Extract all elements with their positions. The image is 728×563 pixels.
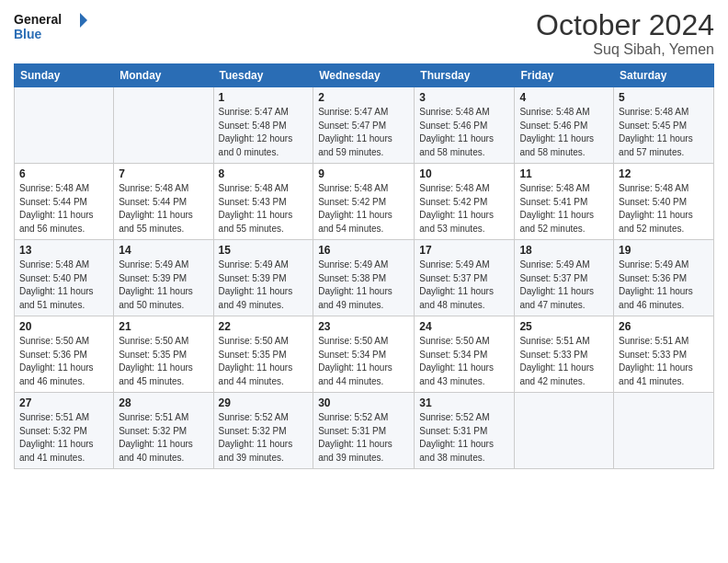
day-number: 15 xyxy=(219,244,309,257)
month-title: October 2024 xyxy=(536,9,714,41)
day-number: 12 xyxy=(619,167,709,180)
day-number: 16 xyxy=(318,244,409,257)
day-number: 3 xyxy=(419,91,509,104)
calendar-week-row: 20 Sunrise: 5:50 AMSunset: 5:36 PMDaylig… xyxy=(15,316,714,393)
day-number: 4 xyxy=(519,91,609,104)
day-info: Sunrise: 5:51 AMSunset: 5:33 PMDaylight:… xyxy=(619,336,693,386)
day-number: 2 xyxy=(318,91,409,104)
day-info: Sunrise: 5:48 AMSunset: 5:42 PMDaylight:… xyxy=(318,183,392,234)
col-wednesday: Wednesday xyxy=(313,64,415,87)
calendar-cell xyxy=(114,87,213,164)
day-info: Sunrise: 5:48 AMSunset: 5:45 PMDaylight:… xyxy=(619,107,693,157)
calendar-cell: 15 Sunrise: 5:49 AMSunset: 5:39 PMDaylig… xyxy=(213,240,313,316)
calendar-cell: 20 Sunrise: 5:50 AMSunset: 5:36 PMDaylig… xyxy=(15,316,114,393)
day-number: 8 xyxy=(219,167,309,180)
day-info: Sunrise: 5:48 AMSunset: 5:42 PMDaylight:… xyxy=(419,183,494,234)
calendar-cell: 31 Sunrise: 5:52 AMSunset: 5:31 PMDaylig… xyxy=(415,393,515,469)
calendar-cell: 16 Sunrise: 5:49 AMSunset: 5:38 PMDaylig… xyxy=(313,240,415,316)
day-number: 29 xyxy=(219,396,309,409)
calendar-cell: 25 Sunrise: 5:51 AMSunset: 5:33 PMDaylig… xyxy=(515,316,614,393)
col-saturday: Saturday xyxy=(614,64,714,87)
day-number: 6 xyxy=(19,167,108,180)
calendar-cell: 19 Sunrise: 5:49 AMSunset: 5:36 PMDaylig… xyxy=(614,240,714,316)
calendar-cell: 5 Sunrise: 5:48 AMSunset: 5:45 PMDayligh… xyxy=(614,87,714,164)
calendar-cell: 17 Sunrise: 5:49 AMSunset: 5:37 PMDaylig… xyxy=(415,240,515,316)
calendar-cell: 7 Sunrise: 5:48 AMSunset: 5:44 PMDayligh… xyxy=(114,164,213,240)
calendar-cell: 28 Sunrise: 5:51 AMSunset: 5:32 PMDaylig… xyxy=(114,393,213,469)
day-info: Sunrise: 5:48 AMSunset: 5:44 PMDaylight:… xyxy=(119,183,193,234)
day-info: Sunrise: 5:49 AMSunset: 5:37 PMDaylight:… xyxy=(419,259,494,310)
calendar-cell: 23 Sunrise: 5:50 AMSunset: 5:34 PMDaylig… xyxy=(313,316,415,393)
day-info: Sunrise: 5:52 AMSunset: 5:31 PMDaylight:… xyxy=(419,412,494,463)
col-monday: Monday xyxy=(114,64,213,87)
day-info: Sunrise: 5:48 AMSunset: 5:46 PMDaylight:… xyxy=(419,107,494,157)
day-number: 7 xyxy=(119,167,208,180)
day-number: 14 xyxy=(119,244,208,257)
day-number: 18 xyxy=(519,244,609,257)
calendar-cell xyxy=(515,393,614,469)
svg-text:General: General xyxy=(14,12,62,27)
page-container: General Blue October 2024 Suq Sibah, Yem… xyxy=(0,0,728,478)
col-tuesday: Tuesday xyxy=(213,64,313,87)
calendar-cell: 12 Sunrise: 5:48 AMSunset: 5:40 PMDaylig… xyxy=(614,164,714,240)
calendar-cell: 13 Sunrise: 5:48 AMSunset: 5:40 PMDaylig… xyxy=(15,240,114,316)
calendar-cell: 18 Sunrise: 5:49 AMSunset: 5:37 PMDaylig… xyxy=(515,240,614,316)
day-number: 23 xyxy=(318,320,409,333)
day-info: Sunrise: 5:51 AMSunset: 5:32 PMDaylight:… xyxy=(19,412,94,463)
day-number: 24 xyxy=(419,320,509,333)
day-number: 28 xyxy=(119,396,208,409)
calendar-cell: 10 Sunrise: 5:48 AMSunset: 5:42 PMDaylig… xyxy=(415,164,515,240)
calendar-cell: 22 Sunrise: 5:50 AMSunset: 5:35 PMDaylig… xyxy=(213,316,313,393)
logo: General Blue xyxy=(14,9,87,46)
calendar-week-row: 1 Sunrise: 5:47 AMSunset: 5:48 PMDayligh… xyxy=(15,87,714,164)
day-info: Sunrise: 5:49 AMSunset: 5:39 PMDaylight:… xyxy=(219,259,293,310)
day-info: Sunrise: 5:48 AMSunset: 5:40 PMDaylight:… xyxy=(19,259,94,310)
day-info: Sunrise: 5:52 AMSunset: 5:31 PMDaylight:… xyxy=(318,412,392,463)
day-info: Sunrise: 5:51 AMSunset: 5:33 PMDaylight:… xyxy=(519,336,594,386)
day-info: Sunrise: 5:50 AMSunset: 5:35 PMDaylight:… xyxy=(219,336,293,386)
day-number: 26 xyxy=(619,320,709,333)
day-number: 27 xyxy=(19,396,108,409)
day-info: Sunrise: 5:48 AMSunset: 5:43 PMDaylight:… xyxy=(219,183,293,234)
header: General Blue October 2024 Suq Sibah, Yem… xyxy=(14,9,714,58)
day-info: Sunrise: 5:49 AMSunset: 5:36 PMDaylight:… xyxy=(619,259,693,310)
calendar-table: Sunday Monday Tuesday Wednesday Thursday… xyxy=(14,63,714,469)
calendar-cell: 11 Sunrise: 5:48 AMSunset: 5:41 PMDaylig… xyxy=(515,164,614,240)
day-number: 9 xyxy=(318,167,409,180)
day-info: Sunrise: 5:49 AMSunset: 5:38 PMDaylight:… xyxy=(318,259,392,310)
location-subtitle: Suq Sibah, Yemen xyxy=(536,41,714,58)
day-info: Sunrise: 5:47 AMSunset: 5:48 PMDaylight:… xyxy=(219,107,293,157)
calendar-week-row: 13 Sunrise: 5:48 AMSunset: 5:40 PMDaylig… xyxy=(15,240,714,316)
header-row: Sunday Monday Tuesday Wednesday Thursday… xyxy=(15,64,714,87)
calendar-cell xyxy=(614,393,714,469)
day-number: 19 xyxy=(619,244,709,257)
calendar-cell: 21 Sunrise: 5:50 AMSunset: 5:35 PMDaylig… xyxy=(114,316,213,393)
calendar-week-row: 27 Sunrise: 5:51 AMSunset: 5:32 PMDaylig… xyxy=(15,393,714,469)
day-info: Sunrise: 5:48 AMSunset: 5:44 PMDaylight:… xyxy=(19,183,94,234)
calendar-cell: 6 Sunrise: 5:48 AMSunset: 5:44 PMDayligh… xyxy=(15,164,114,240)
day-info: Sunrise: 5:50 AMSunset: 5:34 PMDaylight:… xyxy=(419,336,494,386)
day-number: 10 xyxy=(419,167,509,180)
calendar-cell: 29 Sunrise: 5:52 AMSunset: 5:32 PMDaylig… xyxy=(213,393,313,469)
calendar-cell xyxy=(15,87,114,164)
day-number: 11 xyxy=(519,167,609,180)
day-number: 22 xyxy=(219,320,309,333)
calendar-cell: 24 Sunrise: 5:50 AMSunset: 5:34 PMDaylig… xyxy=(415,316,515,393)
day-number: 30 xyxy=(318,396,409,409)
day-info: Sunrise: 5:49 AMSunset: 5:37 PMDaylight:… xyxy=(519,259,594,310)
calendar-cell: 26 Sunrise: 5:51 AMSunset: 5:33 PMDaylig… xyxy=(614,316,714,393)
calendar-cell: 8 Sunrise: 5:48 AMSunset: 5:43 PMDayligh… xyxy=(213,164,313,240)
calendar-cell: 27 Sunrise: 5:51 AMSunset: 5:32 PMDaylig… xyxy=(15,393,114,469)
svg-marker-2 xyxy=(80,13,87,28)
col-thursday: Thursday xyxy=(415,64,515,87)
day-number: 17 xyxy=(419,244,509,257)
col-sunday: Sunday xyxy=(15,64,114,87)
day-info: Sunrise: 5:50 AMSunset: 5:34 PMDaylight:… xyxy=(318,336,392,386)
day-number: 5 xyxy=(619,91,709,104)
calendar-cell: 30 Sunrise: 5:52 AMSunset: 5:31 PMDaylig… xyxy=(313,393,415,469)
day-number: 20 xyxy=(19,320,108,333)
day-number: 13 xyxy=(19,244,108,257)
day-info: Sunrise: 5:50 AMSunset: 5:36 PMDaylight:… xyxy=(19,336,94,386)
title-block: October 2024 Suq Sibah, Yemen xyxy=(536,9,714,58)
day-info: Sunrise: 5:50 AMSunset: 5:35 PMDaylight:… xyxy=(119,336,193,386)
